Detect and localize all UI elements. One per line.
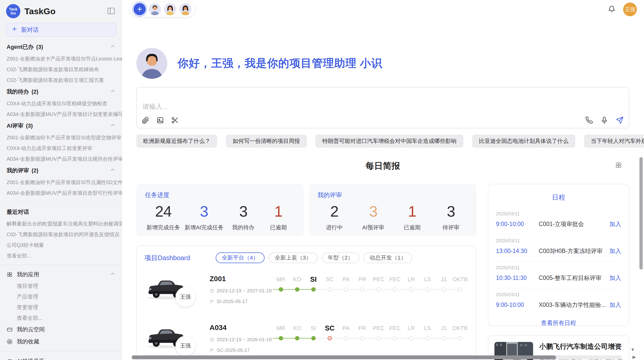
new-chat-button[interactable]: 新对话: [6, 23, 116, 37]
sidebar-item[interactable]: C0X4-动力总成开发项目SI里程碑提交物检查: [0, 98, 122, 109]
collapse-sidebar-icon[interactable]: [107, 7, 116, 16]
vertical-scrollbar-thumb[interactable]: [639, 157, 643, 269]
milestone-label: OKTB: [452, 323, 468, 333]
dashboard-filter-tab[interactable]: 年型（2）: [322, 252, 359, 263]
apps-grid-icon: [7, 272, 13, 278]
chevron-up-icon[interactable]: [110, 88, 115, 95]
event-join-link[interactable]: 加入: [609, 247, 621, 255]
clock-icon: [210, 289, 214, 293]
stat-item: 3AI预评审: [358, 203, 388, 231]
milestone-dot: [442, 336, 446, 340]
stat-value: 1: [263, 203, 294, 220]
sidebar-item[interactable]: C0X4-动力总成开发项目工程变更评审: [0, 143, 122, 154]
event-join-link[interactable]: 加入: [609, 274, 621, 282]
schedule-card: 日程 2025/03/119:00-10:00C001-立项审批会加入2025/…: [488, 184, 629, 326]
dashboard-filter-tab[interactable]: 全新上装（3）: [269, 252, 317, 263]
recent-chat-item[interactable]: 公司Q3轻卡销量: [0, 240, 122, 250]
sidebar-item[interactable]: A034-全新新能源MUV产品开发项目造型可行性评审: [0, 188, 122, 198]
recent-chat-item[interactable]: 解释最新出台的欧盟报废车法规再生塑料比例被调至15%...: [0, 218, 122, 229]
suggestion-chip[interactable]: 当下年轻人对汽车外观有怎样的喜好趋势: [584, 134, 644, 148]
app-menu-item[interactable]: 产品管理: [0, 291, 122, 302]
sidebar-item[interactable]: Z001-全新燃油轻卡产品开发项目SI节点属性5D文件评审: [0, 177, 122, 188]
chevron-up-icon[interactable]: [110, 122, 115, 129]
sidebar-section-header[interactable]: AI评审(3): [0, 119, 122, 132]
dashboard-filter-tab[interactable]: 全新平台（4）: [216, 252, 265, 263]
milestone-dot: [409, 287, 413, 292]
milestone-label: LR: [403, 274, 419, 284]
sidebar-section-header[interactable]: 最近对话: [0, 206, 122, 218]
sidebar-item-label: 我的收藏: [17, 338, 39, 346]
project-owner-badge: 王强: [175, 336, 195, 356]
project-row[interactable]: 王强A0342023-12-19 ~ 2026-01-19SC-2025-05-…: [144, 323, 468, 355]
sidebar-tool-people[interactable]: AI超级员工: [0, 355, 122, 360]
microphone-icon[interactable]: [600, 116, 608, 124]
event-join-link[interactable]: 加入: [609, 220, 621, 228]
milestone-track: MRKOSISCPAPRPECFECLRLSJ1OKTB: [273, 274, 468, 293]
suggestion-chip[interactable]: 欧洲新规最近颁布了什么？: [136, 134, 217, 148]
suggestion-chip[interactable]: 比亚迪全固态电池计划具体说了什么: [472, 134, 575, 148]
sidebar-item[interactable]: A034-全新新能源MUV产品开发项目法规符合性评审: [0, 154, 122, 164]
milestone-dot: [344, 336, 348, 340]
sidebar-section-header[interactable]: 我的评审(2): [0, 164, 122, 177]
voice-call-icon[interactable]: [585, 116, 593, 124]
chevron-up-icon[interactable]: [110, 271, 115, 278]
layout-grid-icon[interactable]: [615, 162, 622, 170]
milestone-label: MR: [273, 323, 289, 333]
project-dates: 2023-12-19 ~ 2027-01-19: [210, 288, 273, 294]
event-date: 2025/03/11: [496, 265, 621, 271]
project-row[interactable]: 王强Z0012023-12-19 ~ 2027-01-19SI-2025-05-…: [144, 274, 468, 306]
event-join-link[interactable]: 加入: [609, 301, 621, 309]
flag-icon: [210, 348, 214, 353]
recent-view-all-link[interactable]: 查看全部...: [0, 250, 122, 261]
app-menu-item[interactable]: 项目管理: [0, 281, 122, 291]
section-count: (3): [36, 44, 43, 50]
chevron-up-icon[interactable]: [110, 43, 115, 51]
sidebar-item[interactable]: C02-飞腾新能源轻客改款项目里程碑画布: [0, 64, 122, 75]
stat-label: 待评审: [436, 224, 466, 231]
message-composer[interactable]: 请输入...: [136, 87, 629, 128]
scroll-down-arrow[interactable]: ▼: [631, 348, 635, 352]
horizontal-scrollbar-thumb[interactable]: [132, 355, 556, 359]
sidebar-item-my-apps[interactable]: 我的应用: [0, 268, 122, 281]
scroll-right-arrow[interactable]: ▶: [633, 355, 636, 359]
app-menu-item[interactable]: 查看全部...: [0, 313, 122, 323]
schedule-event: 2025/03/119:00-10:00C001-立项审批会加入: [496, 207, 621, 234]
daily-brief-title: 每日简报: [365, 161, 400, 171]
sidebar-section-header[interactable]: 我的待办(2): [0, 85, 122, 98]
view-all-schedule-link[interactable]: 查看所有日程: [496, 319, 621, 326]
stat-label: 进行中: [319, 224, 350, 231]
attach-file-icon[interactable]: [141, 116, 150, 124]
section-title: 我的评审: [7, 167, 29, 174]
sidebar-item-cloud[interactable]: 我的云空间: [0, 323, 122, 336]
sidebar-item[interactable]: Z001-全新燃油皮卡产品开发项目SI节点Lesson Learn报告: [0, 53, 122, 64]
event-title: C005-整车工程目标评审: [539, 274, 609, 282]
snippet-scissors-icon[interactable]: [171, 116, 179, 124]
event-title: C001-立项审批会: [539, 220, 609, 228]
sidebar-item-star[interactable]: 我的收藏: [0, 336, 122, 348]
suggestion-chip[interactable]: 如何写一份清晰的项目周报: [226, 134, 307, 148]
chevron-up-icon[interactable]: [110, 167, 115, 174]
suggestion-chip[interactable]: 特朗普可能对进口汽车增税会对中国车企造成哪些影响: [315, 134, 463, 148]
composer-actions: [585, 116, 624, 124]
insert-image-icon[interactable]: [156, 116, 164, 124]
recent-chat-item[interactable]: C02-飞腾新能源轻客改款项目的闭环通告反馈情况: [0, 229, 122, 240]
new-chat-label: 新对话: [21, 26, 39, 34]
milestone-label: PEC: [370, 323, 387, 333]
milestone-label: PR: [354, 323, 370, 333]
milestone-label: J1: [436, 323, 452, 333]
event-date: 2025/03/11: [496, 292, 621, 297]
send-icon[interactable]: [616, 116, 624, 124]
app-menu-item[interactable]: 变更管理: [0, 302, 122, 313]
sidebar-section-header[interactable]: Agent已办(3): [0, 41, 122, 53]
milestone-dot: [279, 336, 283, 340]
milestone-dot: [393, 287, 397, 292]
composer-attachments: [141, 116, 179, 124]
sidebar-item[interactable]: Z001-全新燃油轻卡产品开发项目SI造型提交物评审: [0, 132, 122, 143]
sidebar-item[interactable]: A034-全新新能源MUV产品开发项目计划变更表编写: [0, 109, 122, 119]
milestone-dot: [279, 287, 283, 292]
dashboard-filter-tab[interactable]: 动总开发（1）: [363, 252, 412, 263]
project-list: 王强Z0012023-12-19 ~ 2027-01-19SI-2025-05-…: [144, 274, 468, 355]
assistant-avatar: [136, 48, 167, 79]
sidebar-item[interactable]: C02-飞腾新能源轻客改款项目立项汇报方案: [0, 75, 122, 85]
flag-icon: [210, 299, 214, 304]
